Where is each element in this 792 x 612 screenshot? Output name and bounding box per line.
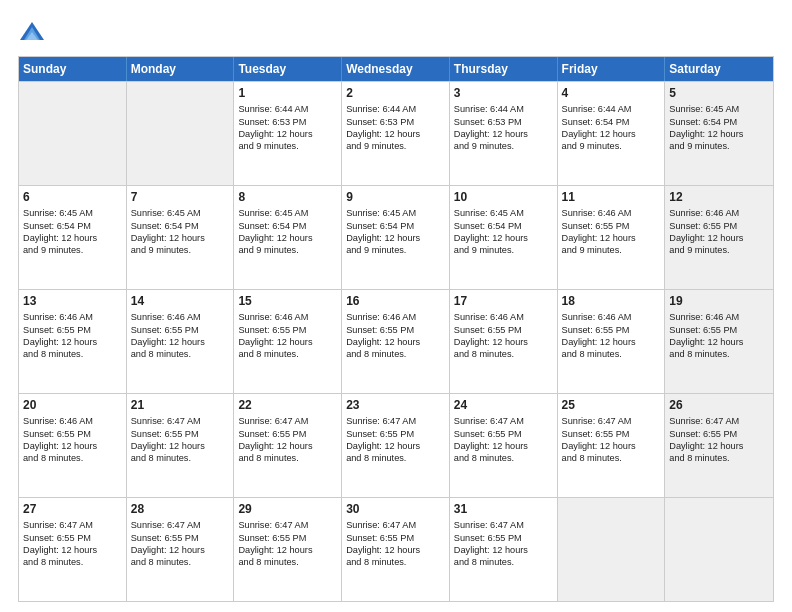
day-info-line: and 9 minutes. — [238, 244, 337, 256]
day-info-line: Daylight: 12 hours — [23, 336, 122, 348]
day-number: 22 — [238, 397, 337, 413]
day-info-line: Sunset: 6:55 PM — [238, 324, 337, 336]
day-info-line: Daylight: 12 hours — [562, 232, 661, 244]
day-info-line: and 9 minutes. — [23, 244, 122, 256]
day-info-line: Sunset: 6:55 PM — [562, 220, 661, 232]
day-info-line: Daylight: 12 hours — [238, 544, 337, 556]
calendar-cell-30: 30Sunrise: 6:47 AMSunset: 6:55 PMDayligh… — [342, 498, 450, 601]
day-info-line: Sunset: 6:54 PM — [131, 220, 230, 232]
day-number: 28 — [131, 501, 230, 517]
day-info-line: Sunrise: 6:46 AM — [669, 207, 769, 219]
day-info-line: Daylight: 12 hours — [23, 440, 122, 452]
day-info-line: Sunrise: 6:45 AM — [669, 103, 769, 115]
day-info-line: and 9 minutes. — [346, 244, 445, 256]
day-info-line: Sunrise: 6:47 AM — [454, 415, 553, 427]
header-day-monday: Monday — [127, 57, 235, 81]
day-info-line: Sunrise: 6:44 AM — [346, 103, 445, 115]
day-info-line: Sunrise: 6:46 AM — [131, 311, 230, 323]
day-info-line: and 9 minutes. — [238, 140, 337, 152]
day-info-line: Sunrise: 6:47 AM — [562, 415, 661, 427]
day-info-line: Daylight: 12 hours — [669, 336, 769, 348]
day-info-line: Sunrise: 6:44 AM — [454, 103, 553, 115]
day-number: 5 — [669, 85, 769, 101]
day-info-line: Sunset: 6:55 PM — [131, 324, 230, 336]
day-info-line: Daylight: 12 hours — [669, 128, 769, 140]
day-number: 9 — [346, 189, 445, 205]
calendar-week-3: 13Sunrise: 6:46 AMSunset: 6:55 PMDayligh… — [19, 289, 773, 393]
day-info-line: and 9 minutes. — [669, 140, 769, 152]
day-info-line: Daylight: 12 hours — [238, 336, 337, 348]
day-info-line: and 9 minutes. — [669, 244, 769, 256]
day-info-line: Sunrise: 6:47 AM — [131, 415, 230, 427]
day-info-line: Daylight: 12 hours — [454, 232, 553, 244]
day-info-line: Daylight: 12 hours — [131, 232, 230, 244]
day-number: 4 — [562, 85, 661, 101]
day-number: 25 — [562, 397, 661, 413]
day-info-line: Sunrise: 6:46 AM — [346, 311, 445, 323]
day-info-line: Sunset: 6:55 PM — [669, 324, 769, 336]
day-info-line: and 8 minutes. — [238, 556, 337, 568]
header-day-thursday: Thursday — [450, 57, 558, 81]
calendar-cell-25: 25Sunrise: 6:47 AMSunset: 6:55 PMDayligh… — [558, 394, 666, 497]
day-info-line: Sunrise: 6:46 AM — [454, 311, 553, 323]
day-info-line: Sunset: 6:55 PM — [238, 532, 337, 544]
day-info-line: Daylight: 12 hours — [346, 440, 445, 452]
day-info-line: Sunrise: 6:45 AM — [131, 207, 230, 219]
day-info-line: Sunrise: 6:46 AM — [23, 415, 122, 427]
calendar-cell-5: 5Sunrise: 6:45 AMSunset: 6:54 PMDaylight… — [665, 82, 773, 185]
calendar-cell-22: 22Sunrise: 6:47 AMSunset: 6:55 PMDayligh… — [234, 394, 342, 497]
day-info-line: Sunset: 6:55 PM — [454, 428, 553, 440]
calendar-cell-10: 10Sunrise: 6:45 AMSunset: 6:54 PMDayligh… — [450, 186, 558, 289]
day-number: 24 — [454, 397, 553, 413]
day-number: 21 — [131, 397, 230, 413]
calendar-cell-7: 7Sunrise: 6:45 AMSunset: 6:54 PMDaylight… — [127, 186, 235, 289]
day-info-line: Sunset: 6:54 PM — [346, 220, 445, 232]
day-info-line: Daylight: 12 hours — [238, 128, 337, 140]
day-info-line: Sunrise: 6:47 AM — [454, 519, 553, 531]
day-info-line: Daylight: 12 hours — [346, 232, 445, 244]
day-number: 31 — [454, 501, 553, 517]
day-info-line: Sunrise: 6:47 AM — [131, 519, 230, 531]
day-info-line: Sunset: 6:54 PM — [669, 116, 769, 128]
day-number: 12 — [669, 189, 769, 205]
calendar-cell-20: 20Sunrise: 6:46 AMSunset: 6:55 PMDayligh… — [19, 394, 127, 497]
calendar-cell-8: 8Sunrise: 6:45 AMSunset: 6:54 PMDaylight… — [234, 186, 342, 289]
day-number: 3 — [454, 85, 553, 101]
day-info-line: Sunset: 6:55 PM — [131, 532, 230, 544]
day-info-line: Sunset: 6:55 PM — [562, 324, 661, 336]
day-info-line: and 8 minutes. — [238, 348, 337, 360]
calendar-cell-4: 4Sunrise: 6:44 AMSunset: 6:54 PMDaylight… — [558, 82, 666, 185]
day-info-line: Sunrise: 6:46 AM — [562, 311, 661, 323]
day-info-line: Sunset: 6:55 PM — [346, 324, 445, 336]
day-number: 29 — [238, 501, 337, 517]
day-info-line: Sunrise: 6:47 AM — [669, 415, 769, 427]
day-info-line: and 8 minutes. — [562, 452, 661, 464]
calendar-cell-23: 23Sunrise: 6:47 AMSunset: 6:55 PMDayligh… — [342, 394, 450, 497]
day-info-line: Sunrise: 6:45 AM — [454, 207, 553, 219]
calendar-cell-26: 26Sunrise: 6:47 AMSunset: 6:55 PMDayligh… — [665, 394, 773, 497]
day-number: 14 — [131, 293, 230, 309]
day-info-line: Sunset: 6:55 PM — [669, 220, 769, 232]
day-info-line: and 9 minutes. — [454, 140, 553, 152]
day-info-line: Sunrise: 6:47 AM — [346, 519, 445, 531]
day-info-line: Sunset: 6:53 PM — [454, 116, 553, 128]
day-info-line: Sunset: 6:53 PM — [346, 116, 445, 128]
day-info-line: Sunset: 6:55 PM — [562, 428, 661, 440]
calendar-cell-24: 24Sunrise: 6:47 AMSunset: 6:55 PMDayligh… — [450, 394, 558, 497]
calendar-cell-27: 27Sunrise: 6:47 AMSunset: 6:55 PMDayligh… — [19, 498, 127, 601]
calendar-cell-11: 11Sunrise: 6:46 AMSunset: 6:55 PMDayligh… — [558, 186, 666, 289]
calendar-week-4: 20Sunrise: 6:46 AMSunset: 6:55 PMDayligh… — [19, 393, 773, 497]
calendar-cell-13: 13Sunrise: 6:46 AMSunset: 6:55 PMDayligh… — [19, 290, 127, 393]
day-info-line: Sunset: 6:55 PM — [669, 428, 769, 440]
header-day-wednesday: Wednesday — [342, 57, 450, 81]
day-info-line: Sunrise: 6:47 AM — [346, 415, 445, 427]
day-info-line: Sunset: 6:55 PM — [454, 532, 553, 544]
day-info-line: and 8 minutes. — [23, 348, 122, 360]
day-number: 15 — [238, 293, 337, 309]
day-number: 6 — [23, 189, 122, 205]
logo-icon — [18, 18, 46, 46]
day-info-line: Daylight: 12 hours — [346, 336, 445, 348]
day-number: 1 — [238, 85, 337, 101]
calendar-cell-12: 12Sunrise: 6:46 AMSunset: 6:55 PMDayligh… — [665, 186, 773, 289]
day-info-line: Sunrise: 6:45 AM — [346, 207, 445, 219]
